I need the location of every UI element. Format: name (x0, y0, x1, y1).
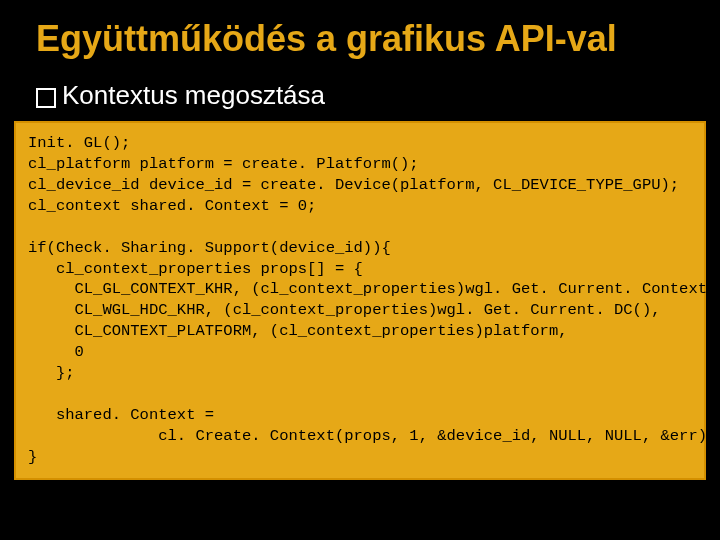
slide-title: Együttműködés a grafikus API-val (0, 0, 720, 64)
slide: Együttműködés a grafikus API-val Kontext… (0, 0, 720, 540)
bullet-square-icon (36, 88, 56, 108)
subtitle-text: Kontextus megosztása (62, 80, 325, 111)
subtitle-row: Kontextus megosztása (0, 64, 720, 121)
code-block: Init. GL(); cl_platform platform = creat… (14, 121, 706, 480)
